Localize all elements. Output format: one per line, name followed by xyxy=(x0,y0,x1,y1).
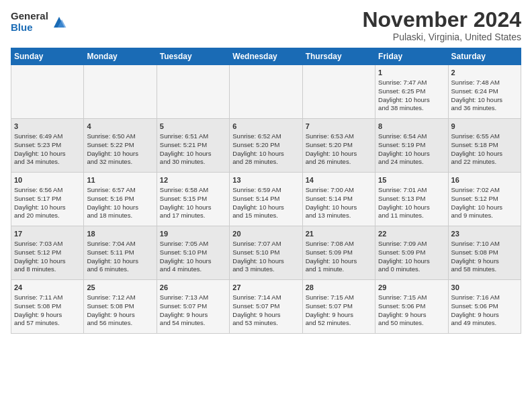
day-info: Sunset: 5:20 PM xyxy=(306,141,372,150)
day-info: Sunrise: 7:11 AM xyxy=(14,293,81,302)
calendar-cell: 9Sunrise: 6:55 AMSunset: 5:18 PMDaylight… xyxy=(448,119,521,173)
day-info: and 15 minutes. xyxy=(232,212,299,220)
day-info: and 11 minutes. xyxy=(378,212,445,220)
day-number: 7 xyxy=(306,122,372,132)
day-info: Sunset: 6:25 PM xyxy=(378,87,445,96)
logo-icon xyxy=(51,14,67,30)
day-info: and 6 minutes. xyxy=(87,265,153,274)
calendar-cell xyxy=(84,65,157,119)
day-info: Daylight: 10 hours xyxy=(87,203,153,212)
calendar-cell: 13Sunrise: 6:59 AMSunset: 5:14 PMDayligh… xyxy=(230,173,302,226)
day-info: and 54 minutes. xyxy=(160,319,226,328)
day-info: Sunset: 5:09 PM xyxy=(306,248,372,257)
day-number: 17 xyxy=(14,229,81,239)
day-info: Daylight: 10 hours xyxy=(378,203,445,212)
day-info: Sunset: 5:20 PM xyxy=(232,141,299,150)
calendar-cell: 8Sunrise: 6:54 AMSunset: 5:19 PMDaylight… xyxy=(375,119,448,173)
day-info: Sunset: 5:06 PM xyxy=(451,302,518,311)
day-number: 10 xyxy=(14,175,81,185)
day-info: Sunrise: 6:58 AM xyxy=(160,186,226,195)
day-number: 9 xyxy=(451,122,518,132)
header-tuesday: Tuesday xyxy=(157,48,229,65)
day-info: Daylight: 9 hours xyxy=(160,311,226,320)
day-info: Daylight: 10 hours xyxy=(160,257,226,266)
day-info: Daylight: 9 hours xyxy=(232,311,299,320)
calendar-cell: 5Sunrise: 6:51 AMSunset: 5:21 PMDaylight… xyxy=(157,119,229,173)
day-info: Sunrise: 6:53 AM xyxy=(306,132,372,141)
calendar-cell: 22Sunrise: 7:09 AMSunset: 5:09 PMDayligh… xyxy=(375,226,448,280)
logo-general: General xyxy=(11,11,48,22)
day-info: and 34 minutes. xyxy=(14,158,81,167)
day-info: and 26 minutes. xyxy=(306,158,372,167)
day-info: Daylight: 9 hours xyxy=(14,311,81,320)
header-monday: Monday xyxy=(84,48,157,65)
day-info: and 28 minutes. xyxy=(232,158,299,167)
calendar-cell xyxy=(157,65,229,119)
day-info: Daylight: 10 hours xyxy=(451,203,518,212)
day-info: and 38 minutes. xyxy=(378,104,445,113)
calendar-cell: 27Sunrise: 7:14 AMSunset: 5:07 PMDayligh… xyxy=(230,280,302,334)
day-info: Daylight: 10 hours xyxy=(14,257,81,266)
calendar-cell: 19Sunrise: 7:05 AMSunset: 5:10 PMDayligh… xyxy=(157,226,229,280)
day-info: Daylight: 10 hours xyxy=(232,257,299,266)
day-info: Daylight: 10 hours xyxy=(87,150,153,158)
day-info: and 57 minutes. xyxy=(14,319,81,328)
day-number: 13 xyxy=(232,175,299,185)
day-info: Sunrise: 7:04 AM xyxy=(87,240,153,248)
day-info: Sunset: 5:12 PM xyxy=(14,248,81,257)
day-info: Sunrise: 7:01 AM xyxy=(378,186,445,195)
calendar-cell: 23Sunrise: 7:10 AMSunset: 5:08 PMDayligh… xyxy=(448,226,521,280)
day-number: 23 xyxy=(451,229,518,239)
day-info: Sunrise: 7:03 AM xyxy=(14,240,81,248)
month-title: November 2024 xyxy=(362,8,521,32)
day-info: Sunset: 5:07 PM xyxy=(160,302,226,311)
day-info: Sunrise: 6:49 AM xyxy=(14,132,81,141)
day-info: Daylight: 10 hours xyxy=(378,96,445,105)
day-info: Daylight: 9 hours xyxy=(451,257,518,266)
day-info: and 30 minutes. xyxy=(160,158,226,167)
day-info: Sunrise: 7:12 AM xyxy=(87,293,153,302)
day-number: 24 xyxy=(14,283,81,293)
calendar-cell xyxy=(230,65,302,119)
day-number: 26 xyxy=(160,283,226,293)
day-info: Sunset: 5:07 PM xyxy=(306,302,372,311)
day-number: 27 xyxy=(232,283,299,293)
day-info: Sunrise: 7:13 AM xyxy=(160,293,226,302)
title-block: November 2024 Pulaski, Virginia, United … xyxy=(362,8,521,42)
day-info: Sunrise: 6:54 AM xyxy=(378,132,445,141)
day-info: Daylight: 10 hours xyxy=(14,203,81,212)
day-info: Sunset: 5:23 PM xyxy=(14,141,81,150)
day-info: and 52 minutes. xyxy=(306,319,372,328)
day-number: 6 xyxy=(232,122,299,132)
day-number: 12 xyxy=(160,175,226,185)
header-wednesday: Wednesday xyxy=(230,48,302,65)
day-info: Daylight: 10 hours xyxy=(451,150,518,158)
day-info: Sunset: 5:15 PM xyxy=(160,195,226,203)
day-info: and 13 minutes. xyxy=(306,212,372,220)
day-info: Daylight: 10 hours xyxy=(232,203,299,212)
day-info: Daylight: 9 hours xyxy=(378,311,445,320)
day-info: Daylight: 10 hours xyxy=(87,257,153,266)
day-info: Daylight: 10 hours xyxy=(451,96,518,105)
day-info: and 32 minutes. xyxy=(87,158,153,167)
day-info: and 1 minute. xyxy=(306,265,372,274)
day-info: Sunset: 5:12 PM xyxy=(451,195,518,203)
logo-text: General Blue xyxy=(11,11,48,33)
day-info: Sunset: 5:11 PM xyxy=(87,248,153,257)
day-info: Sunrise: 6:57 AM xyxy=(87,186,153,195)
calendar-cell: 6Sunrise: 6:52 AMSunset: 5:20 PMDaylight… xyxy=(230,119,302,173)
header-sunday: Sunday xyxy=(11,48,84,65)
day-info: Sunrise: 7:05 AM xyxy=(160,240,226,248)
day-info: Sunrise: 7:14 AM xyxy=(232,293,299,302)
day-info: Sunrise: 6:56 AM xyxy=(14,186,81,195)
calendar-cell: 1Sunrise: 7:47 AMSunset: 6:25 PMDaylight… xyxy=(375,65,448,119)
day-info: Daylight: 10 hours xyxy=(306,257,372,266)
calendar-week-0: 1Sunrise: 7:47 AMSunset: 6:25 PMDaylight… xyxy=(11,65,521,119)
day-number: 30 xyxy=(451,283,518,293)
day-info: Sunset: 5:14 PM xyxy=(306,195,372,203)
day-number: 2 xyxy=(451,68,518,78)
location: Pulaski, Virginia, United States xyxy=(362,32,521,42)
day-info: Sunrise: 6:52 AM xyxy=(232,132,299,141)
day-info: Sunrise: 6:59 AM xyxy=(232,186,299,195)
day-number: 25 xyxy=(87,283,153,293)
